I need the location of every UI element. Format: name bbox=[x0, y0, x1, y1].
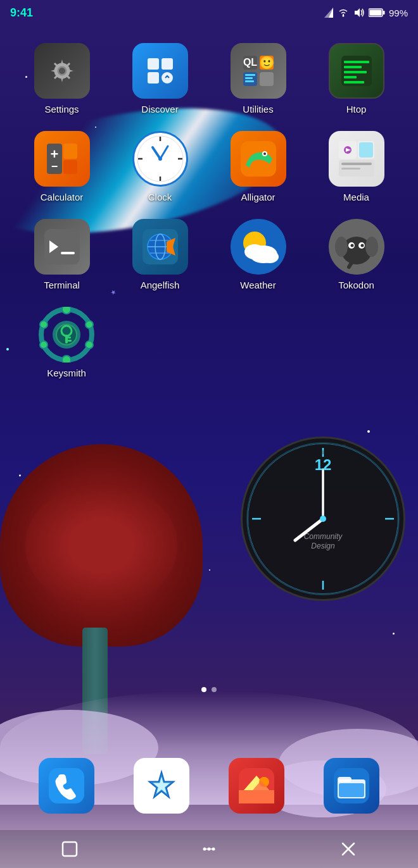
svg-point-97 bbox=[320, 516, 326, 522]
keysmith-icon bbox=[39, 307, 94, 363]
app-keysmith[interactable]: Keysmith bbox=[25, 302, 108, 383]
clock-12: 12 bbox=[315, 456, 332, 474]
svg-rect-20 bbox=[245, 74, 255, 76]
app-media[interactable]: Media bbox=[315, 126, 398, 208]
settings-icon bbox=[34, 43, 90, 99]
app-tokodon[interactable]: Tokodon bbox=[315, 214, 398, 295]
clock-brand: Community Design bbox=[304, 532, 343, 552]
svg-rect-21 bbox=[245, 77, 253, 79]
app-settings[interactable]: Settings bbox=[21, 38, 103, 120]
phone-icon bbox=[39, 758, 94, 814]
app-discover[interactable]: Discover bbox=[119, 38, 201, 120]
svg-point-74 bbox=[360, 244, 364, 247]
media-label: Media bbox=[343, 192, 369, 202]
media-icon bbox=[329, 131, 384, 187]
svg-rect-88 bbox=[68, 340, 72, 342]
svg-point-81 bbox=[62, 356, 71, 363]
svg-point-68 bbox=[261, 251, 279, 263]
app-row-3: Terminal Angelfish bbox=[13, 214, 405, 295]
svg-point-43 bbox=[158, 157, 162, 161]
clock-brand-line2: Design bbox=[304, 542, 343, 552]
dock-files[interactable] bbox=[320, 753, 383, 824]
utilities-label: Utilities bbox=[243, 104, 273, 115]
angelfish-icon bbox=[132, 219, 188, 275]
dot-2 bbox=[212, 687, 217, 692]
clock-widget: 12 Community Design bbox=[241, 437, 405, 601]
app-weather[interactable]: Weather bbox=[217, 214, 300, 295]
svg-rect-6 bbox=[369, 10, 381, 16]
status-time: 9:41 bbox=[10, 6, 33, 20]
app-clock[interactable]: Clock bbox=[119, 126, 201, 208]
settings-label: Settings bbox=[44, 104, 79, 115]
svg-marker-3 bbox=[355, 8, 360, 17]
svg-rect-51 bbox=[359, 142, 373, 158]
tokodon-label: Tokodon bbox=[338, 280, 374, 290]
discover-label: Discover bbox=[141, 104, 178, 115]
svg-rect-26 bbox=[344, 66, 362, 68]
nav-bar bbox=[0, 830, 418, 868]
svg-rect-111 bbox=[339, 783, 364, 797]
app-calculator[interactable]: + − Calculator bbox=[21, 126, 103, 208]
svg-point-80 bbox=[86, 341, 93, 349]
app-htop[interactable]: Htop bbox=[315, 38, 398, 120]
svg-point-14 bbox=[162, 72, 173, 84]
star bbox=[367, 430, 370, 433]
app-row-2: + − Calculator bbox=[13, 126, 405, 208]
svg-point-2 bbox=[342, 15, 344, 17]
app-grid: Settings Discover QL bbox=[0, 32, 418, 396]
dock-plasma[interactable] bbox=[130, 753, 193, 824]
svg-rect-23 bbox=[260, 72, 274, 86]
app-alligator[interactable]: Alligator bbox=[217, 126, 300, 208]
svg-point-9 bbox=[59, 68, 65, 74]
keysmith-label: Keysmith bbox=[47, 368, 86, 378]
svg-rect-87 bbox=[65, 335, 68, 344]
bottom-dock bbox=[0, 747, 418, 830]
htop-icon bbox=[329, 43, 384, 99]
svg-point-79 bbox=[86, 321, 93, 328]
terminal-label: Terminal bbox=[44, 280, 80, 290]
dot-1 bbox=[201, 687, 206, 692]
wifi-icon bbox=[337, 8, 350, 18]
svg-point-82 bbox=[40, 341, 48, 349]
dock-phone[interactable] bbox=[35, 753, 98, 824]
app-utilities[interactable]: QL 🙂 Utilities bbox=[217, 38, 300, 120]
calculator-icon: + − bbox=[34, 131, 90, 187]
nav-recent[interactable] bbox=[195, 835, 223, 863]
svg-rect-54 bbox=[341, 168, 360, 170]
weather-icon bbox=[231, 219, 286, 275]
dock-koko[interactable] bbox=[225, 753, 288, 824]
svg-point-46 bbox=[263, 152, 266, 155]
svg-rect-11 bbox=[148, 58, 159, 70]
app-terminal[interactable]: Terminal bbox=[21, 214, 103, 295]
app-row-1: Settings Discover QL bbox=[13, 38, 405, 120]
alligator-icon bbox=[231, 131, 286, 187]
svg-rect-13 bbox=[148, 72, 159, 84]
svg-point-76 bbox=[365, 237, 378, 257]
discover-icon bbox=[132, 43, 188, 99]
svg-rect-12 bbox=[162, 58, 173, 70]
battery-icon bbox=[369, 8, 385, 17]
angelfish-label: Angelfish bbox=[141, 280, 180, 290]
status-bar: 9:41 bbox=[0, 0, 418, 25]
tokodon-icon bbox=[329, 219, 384, 275]
alligator-label: Alligator bbox=[241, 192, 275, 202]
battery-percent: 99% bbox=[389, 8, 408, 18]
svg-text:−: − bbox=[51, 160, 58, 173]
svg-text:🙂: 🙂 bbox=[258, 55, 274, 70]
signal-icon bbox=[324, 8, 333, 18]
svg-rect-57 bbox=[61, 252, 75, 254]
utilities-icon: QL 🙂 bbox=[231, 43, 286, 99]
page-indicators bbox=[0, 687, 418, 692]
calculator-label: Calculator bbox=[41, 192, 84, 202]
nav-home[interactable] bbox=[56, 835, 84, 863]
files-icon bbox=[324, 758, 379, 814]
app-angelfish[interactable]: Angelfish bbox=[119, 214, 201, 295]
status-icons: 99% bbox=[324, 8, 408, 18]
svg-rect-22 bbox=[245, 80, 254, 82]
clock-brand-line1: Community bbox=[304, 532, 343, 542]
nav-back[interactable] bbox=[334, 835, 362, 863]
koko-icon bbox=[229, 758, 284, 814]
terminal-icon bbox=[34, 219, 90, 275]
app-row-4: Keysmith bbox=[13, 302, 405, 383]
svg-rect-112 bbox=[63, 842, 77, 856]
